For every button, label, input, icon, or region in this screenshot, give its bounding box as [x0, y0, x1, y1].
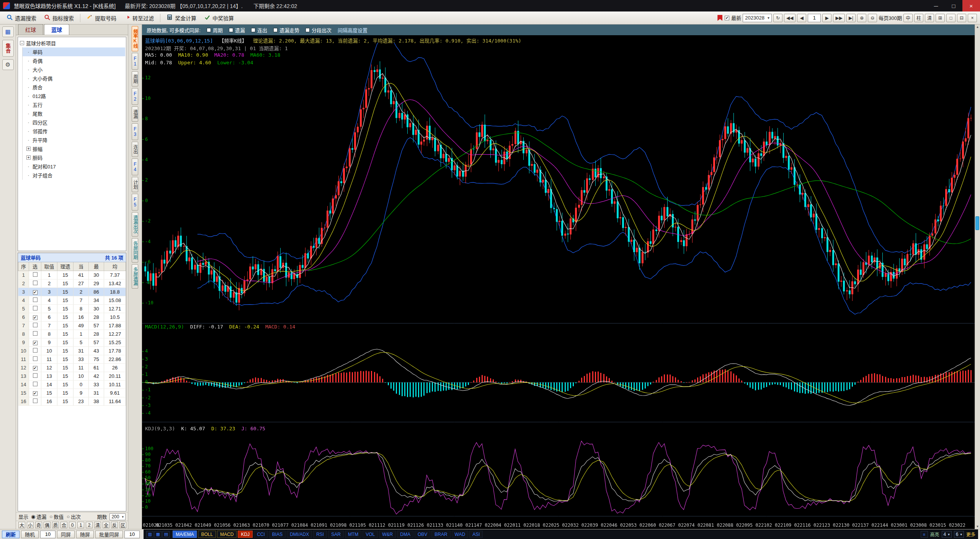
- expand-icon[interactable]: +: [26, 147, 31, 151]
- tree-item-3[interactable]: ·大小奇偶: [23, 74, 125, 83]
- table-row[interactable]: 881512812.27: [18, 330, 126, 338]
- tree-item-9[interactable]: ·邻孤传: [23, 127, 125, 136]
- view-tab-12[interactable]: 多屏遗漏: [132, 264, 138, 289]
- row-checkbox[interactable]: [33, 331, 38, 336]
- view-tab-2[interactable]: 周期: [132, 71, 138, 87]
- indicator-kdj[interactable]: KDJ: [238, 531, 253, 538]
- row-checkbox[interactable]: ✔: [33, 366, 38, 371]
- indicator-dma[interactable]: DMA: [397, 531, 413, 538]
- table-row[interactable]: 7715495717.88: [18, 321, 126, 330]
- maximize-button[interactable]: □: [945, 0, 962, 11]
- bottom-input-2[interactable]: [40, 531, 56, 538]
- tree-item-5[interactable]: ·012路: [23, 91, 125, 100]
- indicator-brar[interactable]: BRAR: [431, 531, 450, 538]
- view-tab-5[interactable]: F3: [132, 123, 138, 140]
- table-row[interactable]: 9✔91555715.25: [18, 338, 126, 346]
- indicator-w-r[interactable]: W&R: [379, 531, 396, 538]
- omission-search-button[interactable]: 遗漏搜索: [3, 13, 40, 23]
- filter-button-8[interactable]: 2: [86, 522, 93, 528]
- filter-button-2[interactable]: 奇: [35, 522, 42, 528]
- last-page-button[interactable]: ▶▶: [833, 14, 844, 22]
- view-tab-6[interactable]: 连出: [132, 142, 138, 157]
- filter-button-10[interactable]: 全: [103, 522, 109, 528]
- scrollbar-thumb[interactable]: [975, 216, 979, 230]
- table-row[interactable]: 111115337522.86: [18, 355, 126, 363]
- bottom-button-5[interactable]: 批量同屏: [95, 531, 123, 538]
- page-number-input[interactable]: [808, 14, 821, 22]
- clear-button[interactable]: 清: [925, 14, 934, 22]
- tree-item-2[interactable]: ·大小: [23, 65, 125, 74]
- view-tab-3[interactable]: F2: [132, 88, 138, 105]
- gap-height-settings-link[interactable]: 间隔高度设置: [338, 26, 368, 34]
- table-row[interactable]: 3✔31528618.8: [18, 287, 126, 296]
- filter-button-5[interactable]: 合: [60, 522, 67, 528]
- indicator-rsi[interactable]: RSI: [313, 531, 327, 538]
- display-radio-0[interactable]: ◉遗漏: [31, 513, 46, 520]
- more-button[interactable]: 更多: [966, 531, 975, 537]
- display-radio-1[interactable]: ○数值: [49, 513, 64, 520]
- indicator-boll[interactable]: BOLL: [198, 531, 216, 538]
- indicator-cci[interactable]: CCI: [254, 531, 268, 538]
- tree-item-11[interactable]: +振幅: [23, 144, 125, 153]
- kline-chart-canvas[interactable]: [142, 35, 975, 529]
- filter-button-1[interactable]: 小: [27, 522, 34, 528]
- filter-button-3[interactable]: 偶: [44, 522, 51, 528]
- row-checkbox[interactable]: [33, 272, 38, 277]
- bottom-button-4[interactable]: 随屏: [76, 531, 94, 538]
- prize-calculator-button[interactable]: 奖金计算: [163, 13, 200, 23]
- vertical-scrollbar[interactable]: ▲ ▼: [975, 24, 980, 529]
- row-checkbox[interactable]: [33, 356, 38, 361]
- tree-item-13[interactable]: ·配对和017: [23, 162, 125, 171]
- scroll-up-icon[interactable]: ▲: [976, 25, 979, 29]
- row-checkbox[interactable]: [33, 399, 38, 403]
- filter-button-0[interactable]: 大: [18, 522, 25, 528]
- row-checkbox[interactable]: [33, 382, 38, 386]
- table-row[interactable]: 15✔15159319.61: [18, 389, 126, 397]
- row-checkbox[interactable]: [33, 373, 38, 378]
- tree-root[interactable]: - 蓝球分析项目: [19, 39, 125, 47]
- extract-numbers-button[interactable]: 提取号码: [83, 13, 120, 23]
- row-checkbox[interactable]: ✔: [33, 315, 38, 320]
- indicator-vol[interactable]: VOL: [363, 531, 378, 538]
- table-row[interactable]: 6✔615162810.5: [18, 313, 126, 321]
- tree-item-12[interactable]: +胆码: [23, 153, 125, 162]
- goto-filter-button[interactable]: 转至过滤: [121, 13, 157, 23]
- bar-style-button[interactable]: 柱: [914, 14, 923, 22]
- latest-checkbox[interactable]: ✔ 最新: [725, 14, 741, 21]
- row-checkbox[interactable]: [33, 306, 38, 310]
- prev-page-button[interactable]: ◀: [797, 14, 806, 22]
- table-row[interactable]: 12✔1215116126: [18, 363, 126, 372]
- layout-icon-0[interactable]: ▥: [146, 531, 154, 538]
- filter-button-6[interactable]: 0: [69, 522, 76, 528]
- first-page-button[interactable]: ◀◀: [784, 14, 795, 22]
- chart-mode-checkbox-4[interactable]: 分段出次: [305, 26, 332, 34]
- tree-item-14[interactable]: ·对子组合: [23, 171, 125, 180]
- indicator-bias[interactable]: BIAS: [269, 531, 286, 538]
- tab-blue-ball[interactable]: 蓝球: [44, 24, 69, 35]
- indicator-wad[interactable]: WAD: [452, 531, 469, 538]
- tree-item-1[interactable]: ·奇偶: [23, 56, 125, 65]
- layout-icon-2[interactable]: ▤: [162, 531, 170, 538]
- highlight-select-1[interactable]: 4▾: [942, 531, 952, 538]
- row-checkbox[interactable]: ✔: [33, 391, 38, 396]
- expand-icon[interactable]: +: [26, 155, 31, 160]
- center-button[interactable]: 中: [903, 14, 913, 22]
- collapse-icon[interactable]: -: [20, 41, 24, 45]
- highlight-select-2[interactable]: 6▾: [954, 531, 964, 538]
- table-row[interactable]: 551583012.71: [18, 304, 126, 313]
- layout-icon-1[interactable]: ▦: [154, 531, 162, 538]
- table-row[interactable]: 441573415.08: [18, 296, 126, 304]
- refresh-button[interactable]: ↻: [773, 14, 782, 22]
- view-tab-8[interactable]: 计划: [132, 177, 138, 192]
- tree-item-6[interactable]: ·五行: [23, 100, 125, 109]
- indicator-ma-ema[interactable]: MA/EMA: [173, 531, 197, 538]
- split-pane-icon[interactable]: ⊟: [957, 14, 966, 22]
- filter-button-4[interactable]: 质: [52, 522, 59, 528]
- chart-mode-checkbox-2[interactable]: 连出: [251, 26, 267, 34]
- bottom-button-3[interactable]: 同屏: [57, 531, 75, 538]
- bottom-button-0[interactable]: 刷新: [2, 531, 20, 538]
- filter-button-9[interactable]: 清: [94, 522, 101, 528]
- filter-button-7[interactable]: 1: [77, 522, 84, 528]
- row-checkbox[interactable]: ✔: [33, 290, 38, 295]
- row-checkbox[interactable]: ✔: [33, 341, 38, 345]
